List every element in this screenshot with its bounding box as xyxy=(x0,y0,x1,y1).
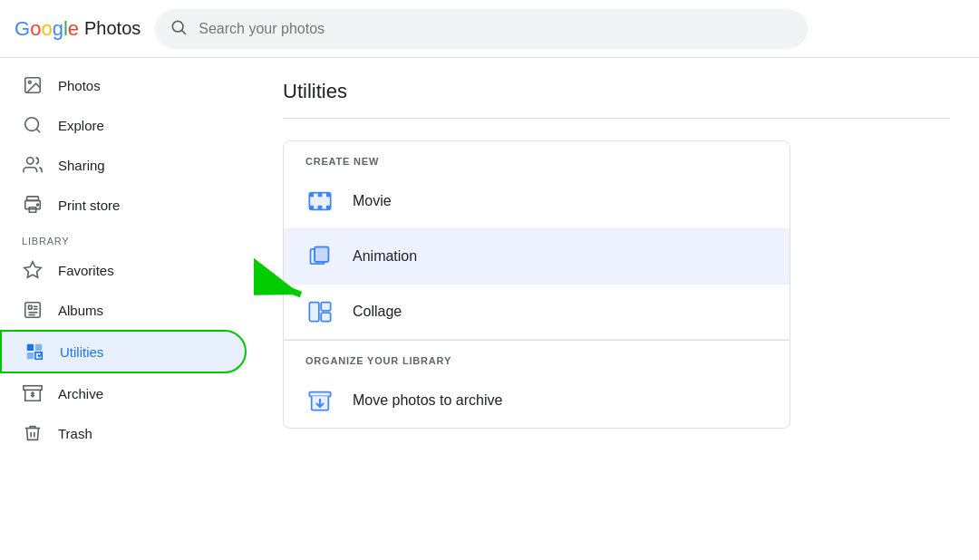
svg-rect-17 xyxy=(27,352,34,359)
sidebar-explore-label: Explore xyxy=(58,118,104,133)
photo-icon xyxy=(22,74,44,96)
animation-item[interactable]: Animation xyxy=(284,229,790,285)
svg-rect-16 xyxy=(27,344,34,351)
svg-marker-9 xyxy=(24,262,41,277)
explore-icon xyxy=(22,114,44,136)
library-section-label: LIBRARY xyxy=(0,225,254,250)
svg-rect-24 xyxy=(326,193,331,198)
svg-rect-26 xyxy=(326,206,331,210)
svg-rect-23 xyxy=(309,193,314,198)
logo-google-text: Google xyxy=(15,17,79,41)
sidebar-item-sharing[interactable]: Sharing xyxy=(0,145,247,185)
svg-rect-35 xyxy=(309,392,330,397)
search-bar[interactable] xyxy=(155,9,808,49)
svg-point-3 xyxy=(28,81,31,83)
main-layout: Photos Explore Sharing xyxy=(0,58,979,560)
svg-point-6 xyxy=(27,158,34,164)
create-new-card: CREATE NEW Movie xyxy=(283,140,790,429)
sidebar-item-archive[interactable]: Archive xyxy=(0,373,247,413)
content-area: Utilities CREATE NEW xyxy=(254,58,979,560)
svg-rect-34 xyxy=(321,313,331,321)
svg-line-1 xyxy=(182,30,186,34)
sidebar-favorites-label: Favorites xyxy=(58,263,114,278)
title-divider xyxy=(283,118,950,119)
utilities-icon xyxy=(24,341,45,362)
star-icon xyxy=(22,259,44,281)
svg-rect-11 xyxy=(28,305,32,309)
move-archive-label: Move photos to archive xyxy=(353,392,502,409)
sharing-icon xyxy=(22,154,44,176)
app-header: Google Photos xyxy=(0,0,979,58)
movie-label: Movie xyxy=(353,193,392,209)
svg-rect-31 xyxy=(315,247,328,262)
sidebar-item-trash[interactable]: Trash xyxy=(0,413,247,453)
search-icon xyxy=(170,18,188,40)
collage-icon xyxy=(305,297,334,326)
move-archive-item[interactable]: Move photos to archive xyxy=(284,373,790,428)
trash-icon xyxy=(22,422,44,444)
search-input[interactable] xyxy=(199,21,793,37)
svg-rect-25 xyxy=(309,206,314,210)
sidebar-utilities-label: Utilities xyxy=(60,344,103,360)
sidebar-albums-label: Albums xyxy=(58,303,103,318)
app-logo[interactable]: Google Photos xyxy=(15,17,141,41)
sidebar-item-favorites[interactable]: Favorites xyxy=(0,250,247,290)
archive-icon xyxy=(22,382,44,404)
sidebar-photos-label: Photos xyxy=(58,78,101,93)
create-new-label: CREATE NEW xyxy=(284,141,790,174)
movie-item[interactable]: Movie xyxy=(284,174,790,229)
organize-label: ORGANIZE YOUR LIBRARY xyxy=(284,341,790,373)
sidebar-print-store-label: Print store xyxy=(58,198,120,213)
sidebar-sharing-label: Sharing xyxy=(58,158,105,173)
sidebar-archive-label: Archive xyxy=(58,386,103,401)
animation-label: Animation xyxy=(353,248,417,265)
collage-item[interactable]: Collage xyxy=(284,285,790,340)
svg-line-5 xyxy=(36,129,40,132)
svg-point-4 xyxy=(25,118,39,131)
svg-rect-32 xyxy=(309,303,319,322)
sidebar-item-utilities[interactable]: Utilities xyxy=(0,330,247,373)
sidebar-item-albums[interactable]: Albums xyxy=(0,290,247,330)
svg-rect-28 xyxy=(318,206,323,210)
sidebar: Photos Explore Sharing xyxy=(0,58,254,560)
print-icon xyxy=(22,194,44,216)
sidebar-item-print-store[interactable]: Print store xyxy=(0,185,247,225)
sidebar-trash-label: Trash xyxy=(58,426,92,441)
svg-point-8 xyxy=(37,204,39,206)
movie-icon xyxy=(305,187,334,216)
sidebar-item-photos[interactable]: Photos xyxy=(0,65,247,105)
svg-point-0 xyxy=(173,21,184,32)
album-icon xyxy=(22,299,44,321)
svg-rect-18 xyxy=(35,344,42,351)
svg-rect-33 xyxy=(321,303,331,311)
svg-rect-27 xyxy=(318,193,323,198)
collage-label: Collage xyxy=(353,304,402,320)
animation-icon xyxy=(305,242,334,271)
svg-rect-19 xyxy=(24,386,42,391)
page-title: Utilities xyxy=(283,80,950,103)
logo-photos-text: Photos xyxy=(84,18,141,39)
sidebar-item-explore[interactable]: Explore xyxy=(0,105,247,145)
utilities-content: CREATE NEW Movie xyxy=(283,140,950,429)
archive-move-icon xyxy=(305,386,334,415)
